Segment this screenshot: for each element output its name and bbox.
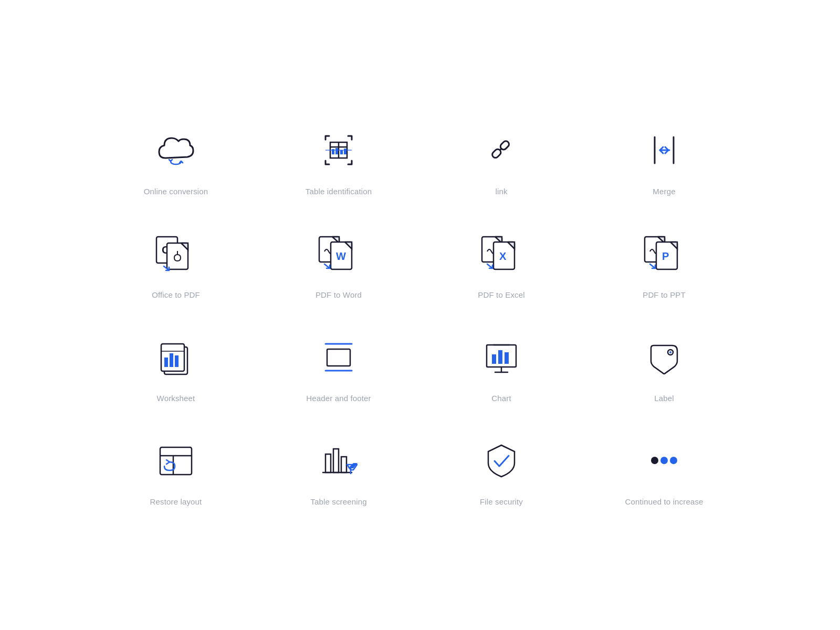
table-screening-icon: [312, 434, 365, 487]
icon-grid: Online conversion: [105, 124, 735, 506]
item-file-security[interactable]: File security: [430, 434, 572, 506]
svg-text:P: P: [662, 250, 669, 262]
svg-rect-46: [160, 447, 192, 475]
svg-rect-5: [340, 150, 343, 154]
svg-rect-50: [333, 449, 339, 472]
restore-layout-icon: [150, 434, 202, 487]
svg-text:W: W: [336, 250, 346, 262]
item-pdf-to-word[interactable]: W PDF to Word: [268, 227, 410, 299]
item-chart[interactable]: Chart: [430, 331, 572, 403]
svg-rect-31: [170, 353, 173, 367]
item-table-identification[interactable]: Table identification: [268, 124, 410, 196]
pdf-to-word-icon: W: [312, 227, 365, 280]
office-to-pdf-label: Office to PDF: [152, 290, 200, 299]
office-to-pdf-icon: O: [150, 227, 202, 280]
header-and-footer-label: Header and footer: [306, 394, 371, 403]
svg-text:X: X: [499, 250, 507, 262]
worksheet-label: Worksheet: [157, 394, 195, 403]
online-conversion-label: Online conversion: [144, 187, 208, 196]
svg-rect-40: [505, 352, 509, 364]
svg-rect-49: [326, 454, 331, 472]
worksheet-icon: [150, 331, 202, 383]
table-identification-icon: [312, 124, 365, 176]
label-label: Label: [654, 394, 674, 403]
merge-icon: [638, 124, 690, 176]
svg-point-45: [669, 351, 671, 353]
svg-rect-6: [344, 149, 346, 154]
item-link[interactable]: link: [430, 124, 572, 196]
item-label[interactable]: Label: [593, 331, 735, 403]
svg-rect-32: [175, 355, 178, 367]
pdf-to-ppt-icon: P: [638, 227, 690, 280]
file-security-icon: [475, 434, 528, 487]
svg-rect-4: [335, 148, 338, 154]
restore-layout-label: Restore layout: [150, 497, 202, 506]
label-icon: [638, 331, 690, 383]
svg-rect-51: [341, 457, 346, 472]
pdf-to-ppt-label: PDF to PPT: [643, 290, 686, 299]
file-security-label: File security: [480, 497, 523, 506]
chart-icon: [475, 331, 528, 383]
pdf-to-excel-label: PDF to Excel: [478, 290, 524, 299]
online-conversion-icon: [150, 124, 202, 176]
svg-rect-30: [164, 358, 168, 367]
item-office-to-pdf[interactable]: O Office to PDF: [105, 227, 247, 299]
pdf-to-excel-icon: X: [475, 227, 528, 280]
item-pdf-to-ppt[interactable]: P PDF to PPT: [593, 227, 735, 299]
continued-to-increase-icon: [638, 434, 690, 487]
item-continued-to-increase[interactable]: Continued to increase: [593, 434, 735, 506]
svg-rect-39: [498, 350, 502, 364]
table-screening-label: Table screening: [310, 497, 366, 506]
svg-rect-35: [327, 349, 350, 366]
svg-point-54: [651, 457, 658, 464]
svg-rect-38: [492, 354, 496, 364]
merge-label: Merge: [653, 187, 675, 196]
link-label: link: [495, 187, 507, 196]
item-worksheet[interactable]: Worksheet: [105, 331, 247, 403]
item-table-screening[interactable]: Table screening: [268, 434, 410, 506]
header-and-footer-icon: [312, 331, 365, 383]
pdf-to-word-label: PDF to Word: [316, 290, 362, 299]
item-header-and-footer[interactable]: Header and footer: [268, 331, 410, 403]
svg-point-56: [670, 457, 677, 464]
link-icon: [475, 124, 528, 176]
chart-label: Chart: [491, 394, 511, 403]
continued-to-increase-label: Continued to increase: [625, 497, 703, 506]
table-identification-label: Table identification: [306, 187, 372, 196]
item-restore-layout[interactable]: Restore layout: [105, 434, 247, 506]
svg-point-55: [660, 457, 668, 464]
item-pdf-to-excel[interactable]: X PDF to Excel: [430, 227, 572, 299]
item-online-conversion[interactable]: Online conversion: [105, 124, 247, 196]
svg-line-10: [500, 149, 501, 150]
item-merge[interactable]: Merge: [593, 124, 735, 196]
